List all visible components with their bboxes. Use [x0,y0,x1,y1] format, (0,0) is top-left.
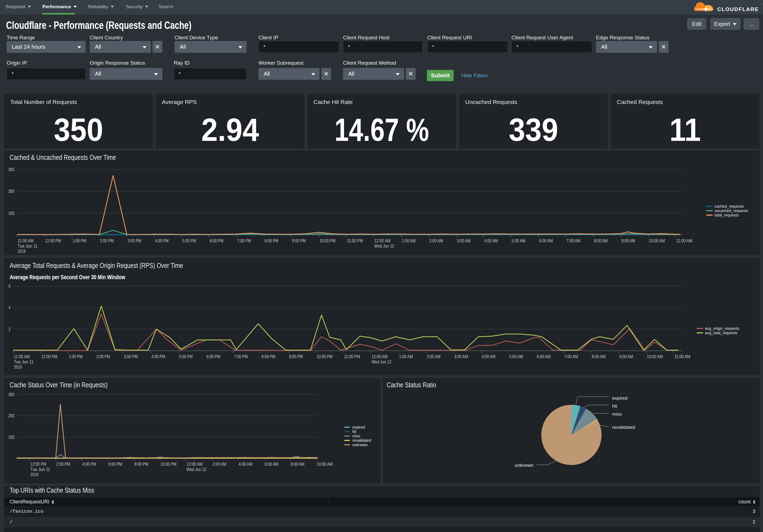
svg-text:11:00 AM: 11:00 AM [676,238,692,243]
svg-text:4:00 AM: 4:00 AM [239,462,253,467]
svg-text:12:00 PM: 12:00 PM [45,238,61,243]
svg-text:9:00 AM: 9:00 AM [619,354,633,359]
svg-text:7:00 AM: 7:00 AM [564,354,578,359]
svg-text:200: 200 [8,413,14,418]
svg-text:10:00 PM: 10:00 PM [320,238,336,243]
svg-text:5:00 AM: 5:00 AM [509,354,523,359]
svg-text:11:00 PM: 11:00 PM [344,354,360,359]
svg-text:200: 200 [8,189,14,194]
svg-text:9:00 PM: 9:00 PM [292,238,306,243]
svg-text:2:00 AM: 2:00 AM [212,462,226,467]
svg-text:100: 100 [8,435,14,440]
svg-text:8:00 AM: 8:00 AM [594,238,608,243]
svg-text:11:00 AM: 11:00 AM [674,354,690,359]
svg-text:2019: 2019 [18,249,26,254]
svg-text:9:00 PM: 9:00 PM [289,354,303,359]
svg-text:9:00 AM: 9:00 AM [621,238,635,243]
svg-text:10:00 AM: 10:00 AM [317,462,333,467]
svg-text:11:00 PM: 11:00 PM [347,238,363,243]
svg-text:12:00 PM: 12:00 PM [30,462,46,467]
svg-text:1:00 AM: 1:00 AM [402,238,416,243]
svg-text:4:00 PM: 4:00 PM [155,238,169,243]
svg-text:12:00 AM: 12:00 AM [372,354,387,359]
svg-text:7:00 AM: 7:00 AM [567,238,580,243]
svg-text:12:00 AM: 12:00 AM [187,462,203,467]
svg-text:300: 300 [8,167,14,172]
svg-text:Wed Jun 12: Wed Jun 12 [374,244,394,248]
svg-text:1:00 PM: 1:00 PM [69,354,82,359]
svg-text:5:00 AM: 5:00 AM [512,238,525,243]
svg-text:6:00 PM: 6:00 PM [108,462,122,467]
svg-text:Wed Jun 12: Wed Jun 12 [187,467,206,472]
svg-text:12:00 PM: 12:00 PM [41,354,57,359]
svg-text:6:00 PM: 6:00 PM [210,238,224,243]
svg-text:6:00 PM: 6:00 PM [206,354,220,359]
svg-text:10:00 AM: 10:00 AM [649,238,665,243]
svg-text:Tue Jun 11: Tue Jun 11 [14,360,34,364]
svg-text:10:00 PM: 10:00 PM [161,462,176,467]
svg-text:4:00 PM: 4:00 PM [152,354,165,359]
svg-text:3:00 AM: 3:00 AM [454,354,468,359]
svg-text:8:00 PM: 8:00 PM [262,354,275,359]
svg-text:4:00 AM: 4:00 AM [482,354,495,359]
svg-text:6:00 AM: 6:00 AM [537,354,551,359]
svg-text:10:00 AM: 10:00 AM [647,354,663,359]
svg-text:10:00 PM: 10:00 PM [317,354,333,359]
svg-text:8:00 PM: 8:00 PM [265,238,278,243]
svg-text:2019: 2019 [14,365,22,369]
svg-text:1:00 AM: 1:00 AM [399,354,413,359]
svg-text:2: 2 [9,327,10,332]
svg-text:11:00 AM: 11:00 AM [14,354,30,359]
svg-text:8:00 AM: 8:00 AM [291,462,304,467]
svg-text:3:00 AM: 3:00 AM [457,238,471,243]
svg-text:6:00 AM: 6:00 AM [265,462,278,467]
svg-text:Tue Jun 11: Tue Jun 11 [18,244,38,248]
svg-text:4:00 AM: 4:00 AM [484,238,498,243]
svg-text:7:00 PM: 7:00 PM [234,354,248,359]
svg-text:4: 4 [9,305,10,310]
svg-text:6:00 AM: 6:00 AM [539,238,553,243]
svg-text:2:00 AM: 2:00 AM [429,238,443,243]
svg-text:11:00 AM: 11:00 AM [18,238,34,243]
svg-text:8:00 PM: 8:00 PM [134,462,148,467]
svg-text:12:00 AM: 12:00 AM [374,238,390,243]
svg-text:300: 300 [8,392,14,397]
svg-text:2:00 AM: 2:00 AM [427,354,440,359]
svg-text:Wed Jun 12: Wed Jun 12 [372,360,391,364]
svg-text:5:00 PM: 5:00 PM [179,354,193,359]
svg-text:8:00 AM: 8:00 AM [592,354,605,359]
svg-text:7:00 PM: 7:00 PM [237,238,251,243]
svg-text:3:00 PM: 3:00 PM [127,238,141,243]
svg-text:4:00 PM: 4:00 PM [82,462,96,467]
svg-text:2019: 2019 [30,472,38,477]
svg-text:5:00 PM: 5:00 PM [182,238,196,243]
svg-text:2:00 PM: 2:00 PM [56,462,70,467]
svg-text:1:00 PM: 1:00 PM [72,238,86,243]
svg-text:2:00 PM: 2:00 PM [96,354,110,359]
svg-text:CLOUDFLARE: CLOUDFLARE [717,6,759,12]
svg-text:2:00 PM: 2:00 PM [100,238,114,243]
svg-text:100: 100 [8,211,14,216]
svg-text:3:00 PM: 3:00 PM [124,354,138,359]
svg-text:Tue Jun 11: Tue Jun 11 [30,467,50,472]
svg-text:6: 6 [9,284,10,289]
